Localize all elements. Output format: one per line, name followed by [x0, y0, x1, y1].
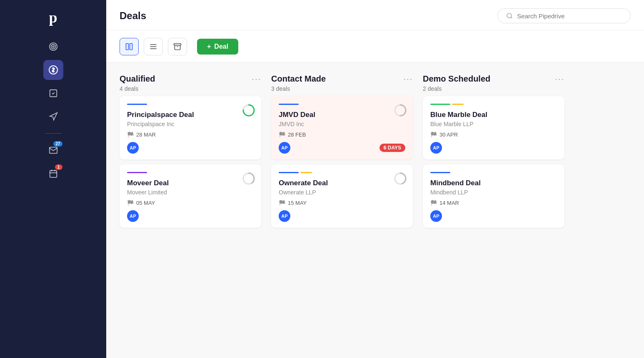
card-color-bar-yellow — [300, 172, 312, 173]
kanban-view-button[interactable] — [120, 38, 139, 55]
column-count-demo-scheduled: 2 deals — [423, 85, 564, 92]
card-moveer[interactable]: Moveer Deal Moveer Limited 🏁 05 MAY AP — [120, 164, 261, 228]
card-title: Principalspace Deal — [127, 111, 254, 119]
sidebar-logo: p — [44, 8, 62, 27]
column-menu-qualified[interactable]: ··· — [252, 74, 261, 84]
card-color-bar-green — [430, 104, 450, 105]
card-mindbend[interactable]: Mindbend Deal Mindbend LLP 🏁 14 MAR AP — [423, 164, 564, 228]
card-color-bar-yellow — [452, 104, 464, 105]
header: Deals — [106, 0, 644, 30]
card-company: Ownerate LLP — [279, 189, 405, 196]
page-title: Deals — [120, 10, 146, 22]
sidebar-item-mail[interactable]: 27 — [43, 140, 63, 160]
card-date: 🏁 28 FEB — [279, 132, 405, 138]
column-menu-demo-scheduled[interactable]: ··· — [555, 74, 564, 84]
flag-icon: 🏁 — [430, 132, 437, 138]
card-color-bar-blue — [279, 172, 299, 173]
card-progress-ring — [242, 104, 255, 119]
date-text: 14 MAR — [439, 200, 459, 206]
date-text: 28 MAR — [136, 132, 156, 138]
card-color-bar — [127, 172, 147, 173]
sidebar-item-deals[interactable]: $ — [43, 60, 63, 80]
list-view-button[interactable] — [144, 38, 163, 55]
sidebar-item-tasks[interactable] — [43, 83, 63, 103]
card-company: Moveer Limited — [127, 189, 254, 196]
search-input[interactable] — [517, 12, 622, 20]
card-title: Ownerate Deal — [279, 179, 405, 187]
card-avatar: AP — [279, 210, 290, 222]
svg-rect-13 — [126, 44, 129, 50]
card-company: JMVD Inc — [279, 121, 405, 127]
svg-point-2 — [52, 46, 54, 47]
sidebar-item-calendar[interactable]: 1 — [43, 164, 63, 184]
sidebar-item-target[interactable] — [43, 37, 63, 57]
card-progress-ring — [394, 172, 407, 187]
column-menu-contact-made[interactable]: ··· — [403, 74, 413, 84]
add-deal-button[interactable]: + Deal — [197, 39, 238, 55]
kanban-icon — [125, 42, 133, 51]
flag-icon: 🏁 — [430, 200, 437, 206]
column-qualified: Qualified ··· 4 deals Principalspace Dea… — [120, 69, 261, 351]
column-title-qualified: Qualified — [120, 74, 155, 84]
card-progress-ring — [394, 104, 407, 119]
flag-icon: 🏁 — [279, 132, 285, 138]
card-avatar: AP — [127, 210, 139, 222]
kanban-board: Qualified ··· 4 deals Principalspace Dea… — [106, 62, 644, 358]
card-avatar: AP — [430, 210, 442, 222]
card-date: 🏁 28 MAR — [127, 132, 254, 138]
card-title: JMVD Deal — [279, 111, 405, 119]
card-blue-marble[interactable]: Blue Marble Deal Blue Marble LLP 🏁 30 AP… — [423, 96, 564, 159]
column-header-qualified: Qualified ··· 4 deals — [120, 69, 261, 96]
card-avatar: AP — [127, 142, 139, 154]
date-text: 30 APR — [439, 132, 458, 138]
card-date: 🏁 14 MAR — [430, 200, 557, 206]
card-company: Blue Marble LLP — [430, 121, 557, 127]
svg-rect-18 — [174, 44, 181, 45]
card-date: 🏁 15 MAY — [279, 200, 405, 206]
date-text: 15 MAY — [288, 200, 307, 206]
sidebar-divider — [45, 133, 62, 134]
card-color-bar — [430, 172, 450, 173]
flag-icon: 🏁 — [279, 200, 285, 206]
card-company: Mindbend LLP — [430, 189, 557, 196]
card-date: 🏁 05 MAY — [127, 200, 254, 206]
sidebar: p $ 27 — [0, 0, 106, 358]
card-color-bar — [127, 104, 147, 105]
card-ownerate[interactable]: Ownerate Deal Ownerate LLP 🏁 15 MAY AP — [271, 164, 413, 228]
column-header-demo-scheduled: Demo Scheduled ··· 2 deals — [423, 69, 564, 96]
list-icon — [149, 42, 157, 51]
svg-point-1 — [51, 45, 55, 49]
calendar-badge: 1 — [55, 164, 62, 170]
card-avatar: AP — [430, 142, 442, 154]
archive-view-button[interactable] — [168, 38, 187, 55]
card-jmvd[interactable]: JMVD Deal JMVD Inc 🏁 28 FEB AP 6 DAYS — [271, 96, 413, 159]
column-demo-scheduled: Demo Scheduled ··· 2 deals Blue Marble D… — [423, 69, 564, 351]
mail-badge: 27 — [53, 141, 62, 147]
logo-text: p — [49, 9, 57, 26]
add-deal-label: Deal — [214, 43, 228, 50]
card-color-bar — [279, 104, 299, 105]
column-header-contact-made: Contact Made ··· 3 deals — [271, 69, 413, 96]
column-contact-made: Contact Made ··· 3 deals JMVD Deal JMVD … — [271, 69, 413, 351]
archive-icon — [173, 42, 182, 51]
toolbar: + Deal — [106, 30, 644, 62]
column-count-contact-made: 3 deals — [271, 85, 413, 92]
sidebar-item-campaigns[interactable] — [43, 107, 63, 127]
card-principalspace[interactable]: Principalspace Deal Principalspace Inc 🏁… — [120, 96, 261, 159]
card-avatar: AP — [279, 142, 290, 154]
flag-icon: 🏁 — [127, 132, 134, 138]
card-title: Blue Marble Deal — [430, 111, 557, 119]
column-title-demo-scheduled: Demo Scheduled — [423, 74, 490, 84]
add-deal-icon: + — [207, 43, 211, 50]
search-bar[interactable] — [497, 8, 631, 23]
svg-line-12 — [511, 17, 512, 18]
svg-point-11 — [507, 13, 512, 18]
card-title: Mindbend Deal — [430, 179, 557, 187]
card-date: 🏁 30 APR — [430, 132, 557, 138]
column-count-qualified: 4 deals — [120, 85, 261, 92]
main-content: Deals — [106, 0, 644, 358]
card-title: Moveer Deal — [127, 179, 254, 187]
date-text: 05 MAY — [136, 200, 155, 206]
card-progress-ring — [242, 172, 255, 187]
search-icon — [506, 12, 513, 20]
